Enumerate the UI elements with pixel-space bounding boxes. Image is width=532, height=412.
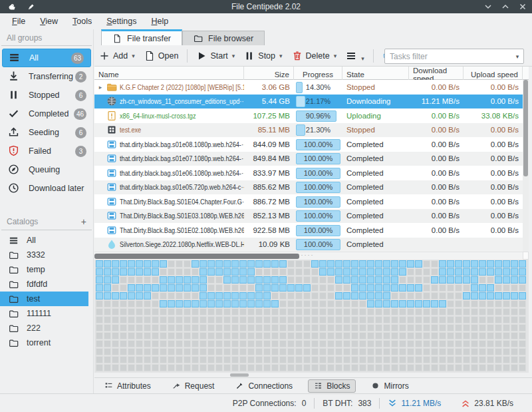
block-downloaded	[104, 260, 111, 268]
menu-file[interactable]: File	[5, 15, 32, 28]
block-downloaded	[279, 276, 287, 284]
block-pending	[511, 364, 518, 371]
more-menu-button[interactable]: ▾	[341, 48, 369, 64]
detail-tab-blocks[interactable]: Blocks	[308, 379, 356, 393]
block-downloaded	[471, 276, 478, 284]
table-row[interactable]: zh-cn_windows_11_consumer_editions_upd··…	[94, 95, 523, 109]
blocks-scrollbar-thumb[interactable]	[230, 373, 249, 377]
state-cell: Completed	[342, 140, 409, 148]
group-label: Stopped	[29, 91, 60, 100]
table-row[interactable]: Silverton.Siege.2022.1080p.Netflix.WEB-D…	[94, 238, 523, 252]
table-row[interactable]: that.dirty.black.bag.s01e08.1080p.web.h2…	[94, 137, 523, 152]
tab-file-browser[interactable]: File browser	[182, 31, 265, 45]
tab-file-transfer[interactable]: File transfer	[101, 29, 182, 45]
catalog-item-all[interactable]: All	[0, 233, 93, 248]
block-pending	[136, 332, 143, 339]
sidebar-group-completed[interactable]: Completed46	[0, 104, 93, 123]
size-cell: 3.06 GB	[244, 83, 294, 91]
block-pending	[303, 348, 311, 355]
detail-tab-attributes[interactable]: Attributes	[98, 379, 157, 393]
progress-cell: 100.00%	[294, 137, 342, 152]
block-pending	[287, 268, 295, 276]
maximize-icon[interactable]	[501, 3, 509, 11]
block-downloaded	[136, 284, 143, 292]
catalog-item-222[interactable]: 222	[0, 321, 93, 335]
horizontal-scrollbar-thumb[interactable]	[94, 254, 299, 259]
block-pending	[359, 324, 366, 331]
sidebar-group-transferring[interactable]: Transferring2	[0, 67, 93, 86]
close-icon[interactable]	[519, 3, 527, 11]
open-button[interactable]: Open	[140, 48, 184, 64]
block-downloaded	[200, 260, 207, 268]
block-pending	[112, 340, 119, 347]
table-row[interactable]: x86_64-linux-musl-cross.tgz107.25 MB90.9…	[94, 108, 523, 123]
block-downloaded	[495, 260, 502, 268]
name-cell: that.dirty.black.bag.s01e08.1080p.web.h2…	[94, 139, 244, 150]
block-downloaded	[359, 292, 366, 300]
block-pending	[455, 356, 462, 363]
task-name: that.dirty.black.bag.s01e06.1080p.web.h2…	[120, 169, 244, 177]
catalog-item-temp[interactable]: temp	[0, 262, 93, 277]
table-row[interactable]: that.dirty.black.bag.s01e05.720p.web.h26…	[94, 180, 523, 195]
catalog-item-test[interactable]: test	[0, 292, 88, 306]
filter-dropdown-caret[interactable]: ▾	[511, 53, 523, 60]
compass-icon	[8, 164, 20, 176]
menu-settings[interactable]: Settings	[100, 15, 143, 28]
block-downloaded	[367, 292, 374, 300]
block-pending	[136, 276, 143, 284]
table-row[interactable]: that.dirty.black.bag.s01e06.1080p.web.h2…	[94, 166, 523, 180]
block-pending	[120, 340, 127, 347]
block-pending	[215, 340, 223, 347]
vertical-scrollbar-thumb[interactable]	[523, 80, 528, 176]
catalog-item-111111[interactable]: 111111	[0, 306, 93, 321]
block-pending	[120, 364, 127, 371]
catalog-item-3332[interactable]: 3332	[0, 248, 93, 262]
count-badge: 63	[71, 53, 84, 64]
table-row[interactable]: That.Dirty.Black.Bag.S01E02.1080p.WEB.h2…	[94, 223, 523, 238]
menu-tools[interactable]: Tools	[66, 15, 98, 28]
menu-view[interactable]: View	[33, 15, 65, 28]
block-pending	[279, 364, 287, 371]
block-pending	[128, 276, 135, 284]
table-row[interactable]: that.dirty.black.bag.s01e07.1080p.web.h2…	[94, 152, 523, 166]
table-row[interactable]: test.exe85.11 MB21.30%Stopped0.00 B/s0.0…	[94, 123, 523, 138]
add-button[interactable]: Add ▾	[94, 48, 140, 64]
block-pending	[495, 284, 502, 292]
block-pending	[104, 348, 111, 355]
block-pending	[120, 356, 127, 363]
sidebar-group-download-later[interactable]: Download later	[0, 179, 93, 198]
block-pending	[455, 284, 462, 292]
catalog-item-fdfdfd[interactable]: fdfdfd	[0, 277, 93, 292]
tasks-filter-input[interactable]	[385, 49, 511, 63]
block-pending	[431, 332, 438, 339]
table-row[interactable]: That.Dirty.Black.Bag.S01E03.1080p.WEB.h2…	[94, 209, 523, 224]
stop-button[interactable]: Stop ▾	[239, 48, 287, 64]
block-downloaded	[375, 292, 382, 300]
splitter-handle[interactable]: ·····	[293, 252, 319, 258]
catalog-item-torrent[interactable]: torrent	[0, 335, 93, 350]
block-pending	[223, 356, 231, 363]
detail-tab-connections[interactable]: Connections	[229, 379, 299, 393]
sidebar-group-queuing[interactable]: Queuing	[0, 160, 93, 179]
sidebar-group-all[interactable]: All63	[2, 49, 91, 67]
table-row[interactable]: ▸K.G.F Chapter 2 (2022) [1080p] [WEBRip]…	[94, 80, 523, 95]
block-pending	[287, 356, 295, 363]
detail-tab-request[interactable]: Request	[166, 379, 221, 393]
start-button[interactable]: Start ▾	[192, 48, 239, 64]
delete-button[interactable]: Delete ▾	[287, 48, 342, 64]
page-icon	[112, 34, 122, 43]
minimize-icon[interactable]	[484, 3, 492, 11]
block-downloaded	[367, 300, 374, 308]
detail-tab-mirrors[interactable]: Mirrors	[365, 379, 414, 393]
sidebar-group-stopped[interactable]: Stopped6	[0, 86, 93, 104]
sidebar-group-seeding[interactable]: Seeding6	[0, 123, 93, 142]
block-pending	[279, 268, 287, 276]
block-downloaded	[112, 292, 119, 300]
expand-arrow-icon[interactable]: ▸	[97, 84, 104, 91]
table-row[interactable]: That.Dirty.Black.Bag.S01E04.Chapter.Four…	[94, 194, 523, 209]
add-catalog-button[interactable]: +	[81, 216, 86, 227]
block-downloaded	[200, 300, 207, 308]
menu-help[interactable]: Help	[144, 15, 175, 28]
block-downloaded	[463, 276, 470, 284]
sidebar-group-failed[interactable]: Failed3	[0, 142, 93, 160]
